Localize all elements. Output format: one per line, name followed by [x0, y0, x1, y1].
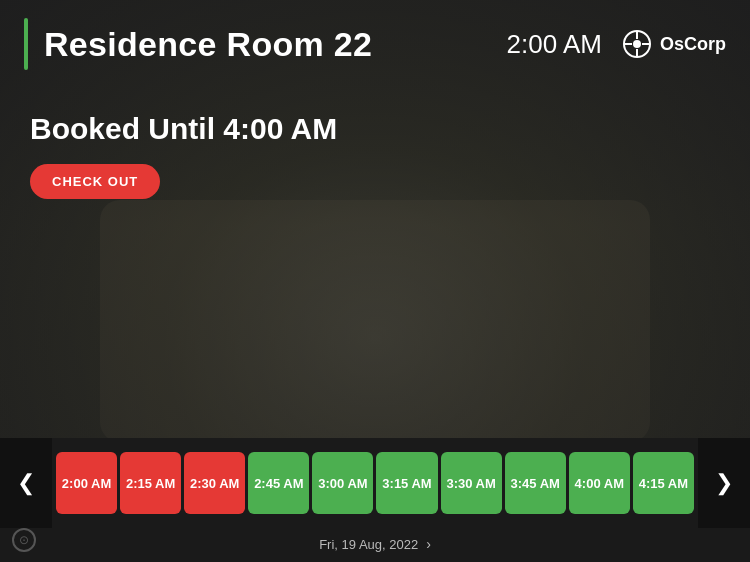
timeline-prev-button[interactable]: ❮: [0, 438, 52, 528]
date-label: Fri, 19 Aug, 2022: [319, 537, 418, 552]
brand-logo: OsCorp: [622, 29, 726, 59]
brand-name: OsCorp: [660, 34, 726, 55]
timeline-section: ❮ 2:00 AM2:15 AM2:30 AM2:45 AM3:00 AM3:1…: [0, 438, 750, 528]
oscorp-icon: [622, 29, 652, 59]
timeline-slot[interactable]: 4:15 AM: [633, 452, 694, 514]
main-content: Booked Until 4:00 AM CHECK OUT: [0, 84, 750, 438]
header: Residence Room 22 2:00 AM OsCorp: [0, 0, 750, 84]
timeline-slot[interactable]: 2:30 AM: [184, 452, 245, 514]
app-container: Residence Room 22 2:00 AM OsCorp Booked …: [0, 0, 750, 562]
header-left: Residence Room 22: [24, 18, 372, 70]
timeline-slots: 2:00 AM2:15 AM2:30 AM2:45 AM3:00 AM3:15 …: [52, 438, 698, 528]
chevron-left-icon: ❮: [17, 470, 35, 496]
timeline-slot[interactable]: 4:00 AM: [569, 452, 630, 514]
booked-until-label: Booked Until 4:00 AM: [30, 112, 720, 146]
svg-point-1: [633, 40, 641, 48]
timeline-slot[interactable]: 2:45 AM: [248, 452, 309, 514]
timeline-slot[interactable]: 3:30 AM: [441, 452, 502, 514]
timeline-slot[interactable]: 2:15 AM: [120, 452, 181, 514]
room-title: Residence Room 22: [44, 25, 372, 64]
checkout-button[interactable]: CHECK OUT: [30, 164, 160, 199]
timeline-next-button[interactable]: ❯: [698, 438, 750, 528]
footer-date-bar: Fri, 19 Aug, 2022 ›: [0, 528, 750, 562]
timeline-slot[interactable]: 2:00 AM: [56, 452, 117, 514]
chevron-right-icon: ❯: [715, 470, 733, 496]
header-right: 2:00 AM OsCorp: [507, 29, 726, 60]
settings-icon: ⊙: [12, 528, 36, 552]
timeline-slot[interactable]: 3:15 AM: [376, 452, 437, 514]
timeline-slot[interactable]: 3:45 AM: [505, 452, 566, 514]
timeline-slot[interactable]: 3:00 AM: [312, 452, 373, 514]
current-time: 2:00 AM: [507, 29, 602, 60]
green-bar-accent: [24, 18, 28, 70]
settings-icon-container[interactable]: ⊙: [12, 528, 36, 552]
date-chevron-icon[interactable]: ›: [426, 536, 431, 552]
